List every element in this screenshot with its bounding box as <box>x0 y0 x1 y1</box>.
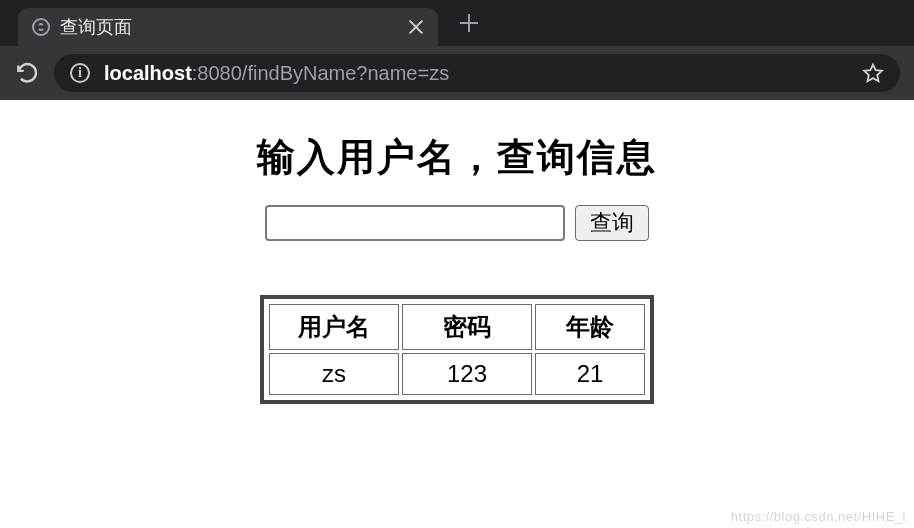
username-input[interactable] <box>265 205 565 241</box>
browser-tab-active[interactable]: 查询页面 <box>18 8 438 46</box>
page-content: 输入用户名，查询信息 查询 用户名 密码 年龄 zs 123 21 <box>0 100 914 404</box>
watermark-text: https://blog.csdn.net/HIHE_i <box>731 509 906 524</box>
table-row: zs 123 21 <box>269 353 645 395</box>
url-text: localhost:8080/findByName?name=zs <box>104 62 848 85</box>
bookmark-button[interactable] <box>862 62 884 84</box>
browser-toolbar: i localhost:8080/findByName?name=zs <box>0 46 914 100</box>
result-table: 用户名 密码 年龄 zs 123 21 <box>266 301 648 398</box>
info-icon[interactable]: i <box>70 63 90 83</box>
col-password: 密码 <box>402 304 532 350</box>
table-header-row: 用户名 密码 年龄 <box>269 304 645 350</box>
tab-title: 查询页面 <box>60 15 392 39</box>
result-table-wrap: 用户名 密码 年龄 zs 123 21 <box>0 295 914 404</box>
reload-icon <box>14 60 40 86</box>
search-form: 查询 <box>0 205 914 241</box>
cell-username: zs <box>269 353 399 395</box>
svg-marker-0 <box>864 65 882 82</box>
star-icon <box>862 62 884 84</box>
cell-age: 21 <box>535 353 645 395</box>
col-username: 用户名 <box>269 304 399 350</box>
cell-password: 123 <box>402 353 532 395</box>
page-heading: 输入用户名，查询信息 <box>0 132 914 183</box>
url-host: localhost <box>104 62 192 84</box>
address-bar[interactable]: i localhost:8080/findByName?name=zs <box>54 54 900 92</box>
reload-button[interactable] <box>14 60 40 86</box>
col-age: 年龄 <box>535 304 645 350</box>
result-table-border: 用户名 密码 年龄 zs 123 21 <box>260 295 654 404</box>
url-path: :8080/findByName?name=zs <box>192 62 449 84</box>
globe-icon <box>32 18 50 36</box>
new-tab-button[interactable] <box>452 6 486 40</box>
search-button[interactable]: 查询 <box>575 205 649 241</box>
browser-tabbar: 查询页面 <box>0 0 914 46</box>
close-icon[interactable] <box>408 19 424 35</box>
